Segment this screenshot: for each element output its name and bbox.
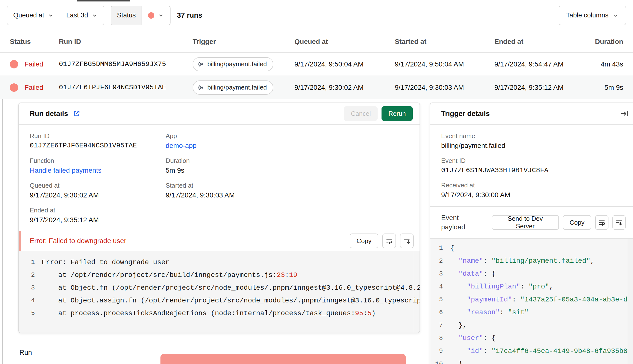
line-number: 4: [22, 297, 35, 304]
received-at-value: 9/17/2024, 9:30:00 AM: [441, 191, 625, 199]
status-dot: [148, 12, 154, 19]
app-label: App: [166, 132, 409, 140]
waterfall-run-label: Run: [20, 348, 32, 356]
trigger-badge: billing/payment.failed: [192, 57, 273, 72]
stack-trace-line: 4 at Object.assign.fn (/opt/render/proje…: [19, 294, 420, 307]
line-number: 5: [22, 310, 35, 317]
stack-scrollbar[interactable]: [414, 251, 414, 332]
error-title: Error: Failed to downgrade user: [30, 237, 126, 245]
stack-trace[interactable]: 1Error: Failed to downgrade user2 at /op…: [19, 251, 420, 332]
line-number: 9: [432, 347, 443, 355]
drawer-resize-handle[interactable]: [2, 99, 3, 364]
filter-toolbar: Queued at Last 3d Status 37 runs Table c…: [0, 0, 633, 31]
cancel-button[interactable]: Cancel: [344, 106, 378, 121]
event-name-label: Event name: [441, 132, 625, 140]
filter-range-dropdown[interactable]: Last 3d: [60, 6, 104, 25]
details-drawer: Run details Cancel Rerun Run ID 01J7ZE6T…: [0, 99, 633, 364]
trigger-badge-label: billing/payment.failed: [207, 60, 267, 68]
external-link-icon[interactable]: [73, 110, 80, 117]
column-header-duration: Duration: [595, 38, 623, 46]
stack-trace-line: 2 at /opt/render/project/src/build/innge…: [19, 268, 420, 281]
runs-count: 37 runs: [177, 11, 202, 20]
ended-at-label: Ended at: [30, 206, 166, 214]
event-icon: [197, 84, 204, 91]
scroll-bottom-button[interactable]: [400, 234, 414, 248]
status-filter-value-dropdown[interactable]: [142, 6, 170, 25]
scroll-bottom-icon: [403, 237, 410, 244]
status-filter-label-segment[interactable]: Status: [111, 6, 142, 25]
received-at-label: Received at: [441, 182, 625, 189]
column-header-ended-at: Ended at: [494, 38, 595, 46]
run-details-fields: Run ID 01J7ZE6TPJF6E94NCSD1V95TAE App de…: [19, 124, 420, 224]
duration-cell: 4m 43s: [595, 60, 623, 68]
payload-json-line: 2 "name": "billing/payment.failed",: [430, 254, 633, 268]
trigger-details-title: Trigger details: [441, 110, 490, 118]
filter-field-dropdown[interactable]: Queued at: [7, 6, 60, 25]
started-at-value: 9/17/2024, 9:30:03 AM: [166, 191, 409, 199]
event-name-value: billing/payment.failed: [441, 142, 625, 150]
event-icon: [197, 60, 204, 68]
queued-at-filter-group: Queued at Last 3d: [7, 6, 104, 25]
payload-scrollbar-track[interactable]: [628, 239, 633, 364]
started-at-label: Started at: [166, 182, 409, 189]
ended-at-cell: 9/17/2024, 9:35:12 AM: [494, 84, 595, 92]
copy-error-button[interactable]: Copy: [350, 234, 378, 248]
payload-json-line: 7 },: [430, 319, 633, 332]
queued-at-value: 9/17/2024, 9:30:02 AM: [30, 191, 166, 199]
column-header-started-at: Started at: [395, 38, 494, 46]
payload-json-line: 9 "id": "17ca4ff6-45ea-4149-9b48-6fa935b…: [430, 344, 633, 358]
table-columns-button[interactable]: Table columns: [559, 6, 626, 25]
table-row[interactable]: Failed 01J7ZFBG5DMM85MJA9H659JX75 billin…: [0, 53, 633, 76]
chevron-down-icon: [612, 12, 619, 19]
line-number: 6: [432, 309, 443, 316]
trigger-badge-label: billing/payment.failed: [207, 84, 267, 91]
waterfall-run-bar[interactable]: [160, 354, 406, 364]
payload-json-line: 5 "paymentId": "1437a25f-05a3-404a-ab3e-…: [430, 293, 633, 306]
duration-cell: 5m 9s: [595, 84, 623, 92]
run-id-cell: 01J7ZFBG5DMM85MJA9H659JX75: [59, 60, 192, 68]
duration-label: Duration: [166, 157, 409, 164]
wrap-text-icon: [386, 237, 393, 244]
scroll-bottom-button[interactable]: [612, 215, 626, 230]
duration-value: 5m 9s: [166, 166, 409, 174]
copy-payload-button[interactable]: Copy: [563, 215, 592, 230]
queued-at-cell: 9/17/2024, 9:50:04 AM: [294, 60, 395, 68]
trigger-details-panel: Trigger details Event name billing/payme…: [430, 102, 633, 364]
wrap-text-button[interactable]: [595, 215, 608, 230]
run-id-label: Run ID: [30, 132, 166, 140]
event-payload-header: Event payload Send to Dev Server Copy: [430, 206, 633, 238]
run-id-cell: 01J7ZE6TPJF6E94NCSD1V95TAE: [59, 84, 192, 91]
payload-json-line: 4 "billingPlan": "pro",: [430, 280, 633, 293]
run-details-title: Run details: [30, 110, 68, 118]
event-payload-json[interactable]: 1{2 "name": "billing/payment.failed",3 "…: [430, 238, 633, 364]
payload-json-line: 10 }: [430, 358, 633, 364]
top-accent-bar: [77, 0, 130, 2]
wrap-text-button[interactable]: [382, 234, 396, 248]
rerun-button[interactable]: Rerun: [382, 106, 413, 121]
event-id-label: Event ID: [441, 157, 625, 164]
run-id-value: 01J7ZE6TPJF6E94NCSD1V95TAE: [30, 142, 166, 150]
stack-trace-line: 1Error: Failed to downgrade user: [19, 256, 420, 268]
chevron-down-icon: [92, 12, 98, 19]
function-link[interactable]: Handle failed payments: [30, 166, 166, 174]
column-header-run-id: Run ID: [59, 38, 192, 46]
status-label: Failed: [24, 84, 43, 92]
stack-trace-line: 5 at process.processTicksAndRejections (…: [19, 307, 420, 320]
status-filter-group: Status: [111, 6, 171, 25]
line-number: 7: [432, 322, 443, 329]
wrap-text-icon: [598, 219, 606, 226]
function-label: Function: [30, 157, 166, 164]
send-to-dev-server-button[interactable]: Send to Dev Server: [492, 215, 559, 230]
status-label: Failed: [24, 60, 43, 68]
runs-table-header: Status Run ID Trigger Queued at Started …: [0, 31, 633, 53]
collapse-panel-icon[interactable]: [620, 110, 628, 118]
payload-json-line: 1{: [430, 242, 633, 254]
table-row[interactable]: Failed 01J7ZE6TPJF6E94NCSD1V95TAE billin…: [0, 76, 633, 99]
line-number: 10: [432, 360, 443, 364]
event-payload-label: Event payload: [441, 213, 482, 232]
line-number: 4: [432, 283, 443, 290]
started-at-cell: 9/17/2024, 9:50:04 AM: [395, 60, 494, 68]
app-link[interactable]: demo-app: [166, 142, 409, 150]
chevron-down-icon: [48, 12, 54, 19]
line-number: 2: [432, 257, 443, 265]
